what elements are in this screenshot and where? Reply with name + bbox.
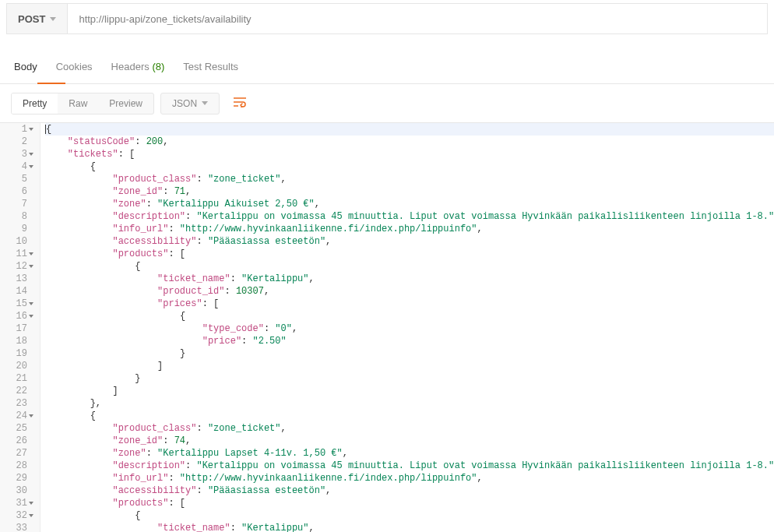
tab-cookies[interactable]: Cookies: [56, 61, 93, 80]
request-bar: POST: [6, 3, 768, 34]
view-raw[interactable]: Raw: [58, 93, 98, 114]
tab-body[interactable]: Body: [14, 61, 37, 80]
language-label: JSON: [172, 98, 197, 109]
http-method-dropdown[interactable]: POST: [7, 4, 68, 33]
chevron-down-icon: [50, 17, 56, 21]
wrap-toggle[interactable]: [226, 92, 254, 115]
response-body-editor[interactable]: 1234567891011121314151617181920212223242…: [0, 122, 774, 532]
http-method-label: POST: [18, 13, 45, 25]
tab-headers[interactable]: Headers (8): [111, 61, 165, 80]
tab-test-results[interactable]: Test Results: [183, 61, 238, 80]
response-tabs: Body Cookies Headers (8) Test Results: [0, 58, 774, 84]
line-number-gutter: 1234567891011121314151617181920212223242…: [0, 123, 40, 532]
chevron-down-icon: [202, 101, 208, 105]
view-mode-segment: Pretty Raw Preview: [11, 93, 154, 115]
language-dropdown[interactable]: JSON: [160, 93, 220, 115]
view-preview[interactable]: Preview: [98, 93, 153, 114]
view-pretty[interactable]: Pretty: [12, 93, 58, 114]
code-content[interactable]: { "statusCode": 200, "tickets": [ { "pro…: [40, 123, 774, 532]
wrap-lines-icon: [232, 97, 248, 107]
response-toolbar: Pretty Raw Preview JSON: [0, 84, 774, 122]
request-url-input[interactable]: [68, 4, 767, 33]
headers-count-badge: (8): [152, 61, 164, 72]
